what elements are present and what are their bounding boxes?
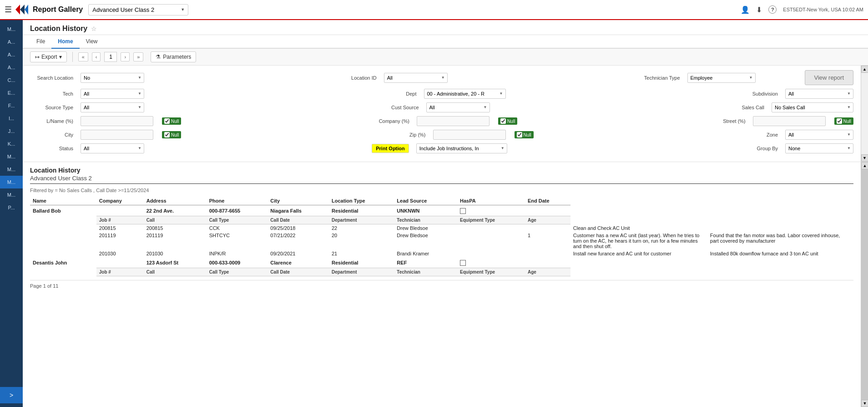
- sales-call-select-wrap: No Sales Call: [772, 102, 853, 112]
- report-scroll-down-button[interactable]: ▼: [861, 400, 868, 407]
- job-num-0-1: 201119: [96, 232, 144, 250]
- customer-end-date-1: [525, 257, 570, 268]
- sidebar-item-12[interactable]: M...: [0, 176, 23, 188]
- lname-null-checkbox[interactable]: [164, 118, 170, 124]
- tech-select[interactable]: All: [81, 89, 144, 99]
- city-null-badge[interactable]: Null: [162, 131, 181, 138]
- job-work-suggested-0-0: [844, 224, 853, 232]
- job-work-done-0-0: [707, 224, 844, 232]
- sidebar-item-0[interactable]: M...: [0, 23, 23, 36]
- col-name: Name: [30, 197, 96, 205]
- cust-source-select-wrap: All: [426, 102, 490, 112]
- nav-next-button[interactable]: ›: [121, 52, 130, 61]
- help-icon[interactable]: ?: [768, 5, 777, 14]
- dept-select-wrap: 00 - Administrative, 20 - R: [424, 89, 506, 99]
- status-label: Status: [30, 146, 73, 151]
- company-input[interactable]: [417, 116, 490, 126]
- sidebar-item-5[interactable]: E...: [0, 86, 23, 99]
- zip-null-badge[interactable]: Null: [515, 131, 534, 138]
- filter-row-3: Source Type All Cust Source All Sa: [30, 102, 853, 112]
- tab-file[interactable]: File: [30, 35, 51, 49]
- technician-type-select-wrap: Employee: [687, 73, 756, 83]
- job-equip-0-0: [457, 224, 525, 232]
- user-icon[interactable]: 👤: [741, 5, 750, 14]
- filters-scroll-up-button[interactable]: ▲: [861, 66, 868, 73]
- subdivision-select[interactable]: All: [785, 89, 853, 99]
- export-button[interactable]: ↦ Export ▾: [30, 51, 67, 62]
- street-null-badge[interactable]: Null: [834, 117, 853, 125]
- customer-city-0: Niagara Falls: [267, 205, 329, 216]
- sidebar-item-13[interactable]: M...: [0, 188, 23, 201]
- cust-source-select[interactable]: All: [426, 102, 490, 112]
- sidebar-item-11[interactable]: M...: [0, 163, 23, 176]
- favorite-star-icon[interactable]: ☆: [91, 25, 97, 32]
- sub-col-equip-1: Equipment Type: [457, 268, 525, 276]
- job-tech-0-0: Drew Bledsoe: [394, 224, 457, 232]
- haspa-checkbox-1: [460, 260, 466, 266]
- city-null-checkbox[interactable]: [164, 132, 170, 137]
- technician-type-select[interactable]: Employee: [687, 73, 756, 83]
- location-id-select[interactable]: All: [384, 73, 448, 83]
- tab-view[interactable]: View: [80, 35, 104, 49]
- parameters-button[interactable]: ⚗ Parameters: [151, 51, 196, 62]
- lname-input[interactable]: [81, 116, 153, 126]
- dept-select[interactable]: 00 - Administrative, 20 - R: [424, 89, 506, 99]
- customer-company-0: [96, 205, 144, 216]
- lname-null-badge[interactable]: Null: [162, 117, 181, 125]
- report-scroll-up-button[interactable]: ▲: [861, 162, 868, 169]
- source-type-select[interactable]: All: [81, 102, 144, 112]
- sidebar-item-3[interactable]: A...: [0, 61, 23, 74]
- sub-col-tech-1: Technician: [394, 268, 457, 276]
- zip-input[interactable]: [433, 130, 506, 140]
- parameters-label: Parameters: [163, 54, 191, 60]
- search-location-select[interactable]: No: [81, 73, 144, 83]
- job-tech-0-1: Drew Bledsoe: [394, 232, 457, 250]
- sidebar-item-7[interactable]: I...: [0, 112, 23, 125]
- include-job-select-wrap: Include Job Instructions, In: [416, 143, 507, 153]
- company-null-checkbox[interactable]: [500, 118, 506, 124]
- col-city: City: [267, 197, 329, 205]
- filters-area: Search Location No Location ID All: [23, 66, 861, 162]
- sidebar-item-6[interactable]: F...: [0, 99, 23, 112]
- sidebar-item-14[interactable]: P...: [0, 201, 23, 214]
- filter-row-2: Tech All Dept 00 - Administrative, 20 - …: [30, 89, 853, 99]
- zip-label: Zip (%): [383, 132, 426, 137]
- hamburger-icon[interactable]: ☰: [5, 5, 12, 15]
- customer-city-1: Clarence: [267, 257, 329, 268]
- nav-prev-button[interactable]: ‹: [92, 52, 101, 61]
- company-null-badge[interactable]: Null: [498, 117, 517, 125]
- topbar-time: EST5EDT-New York, USA 10:02 AM: [783, 7, 863, 12]
- report-dropdown[interactable]: Advanced User Class 2: [88, 4, 188, 15]
- zip-null-checkbox[interactable]: [517, 132, 522, 137]
- filters-scroll-down-button[interactable]: ▼: [861, 154, 868, 162]
- zone-select[interactable]: All: [785, 130, 853, 140]
- sidebar-item-2[interactable]: A...: [0, 48, 23, 61]
- sales-call-select[interactable]: No Sales Call: [772, 102, 853, 112]
- street-null-checkbox[interactable]: [837, 118, 842, 124]
- report-scrollbar: ▲ ▼: [861, 162, 868, 407]
- group-by-select[interactable]: None: [785, 143, 853, 153]
- status-select[interactable]: All: [81, 143, 144, 153]
- sidebar-item-4[interactable]: C...: [0, 74, 23, 86]
- nav-last-button[interactable]: »: [133, 52, 143, 61]
- sidebar-item-9[interactable]: K...: [0, 137, 23, 150]
- report-body-container: Location History Advanced User Class 2 F…: [23, 162, 868, 407]
- view-report-button[interactable]: View report: [805, 70, 854, 85]
- city-input[interactable]: [81, 130, 153, 140]
- nav-first-button[interactable]: «: [78, 52, 88, 61]
- haspa-checkbox-0: [460, 208, 466, 214]
- group-by-label: Group By: [735, 146, 778, 151]
- sidebar-expand-button[interactable]: >: [0, 387, 23, 403]
- filters-container: Search Location No Location ID All: [23, 66, 868, 162]
- include-job-select[interactable]: Include Job Instructions, In: [416, 143, 507, 153]
- filter-row-6: Status All Print Option Include Job Inst…: [30, 143, 853, 153]
- sidebar-item-8[interactable]: J...: [0, 125, 23, 137]
- sidebar-item-1[interactable]: A...: [0, 36, 23, 48]
- tab-home[interactable]: Home: [51, 35, 79, 49]
- street-input[interactable]: [753, 116, 826, 126]
- zone-select-wrap: All: [785, 130, 853, 140]
- download-icon[interactable]: ⬇: [756, 5, 762, 14]
- job-age-0-0: [525, 224, 570, 232]
- svg-marker-2: [25, 5, 28, 15]
- sidebar-item-10[interactable]: M...: [0, 150, 23, 163]
